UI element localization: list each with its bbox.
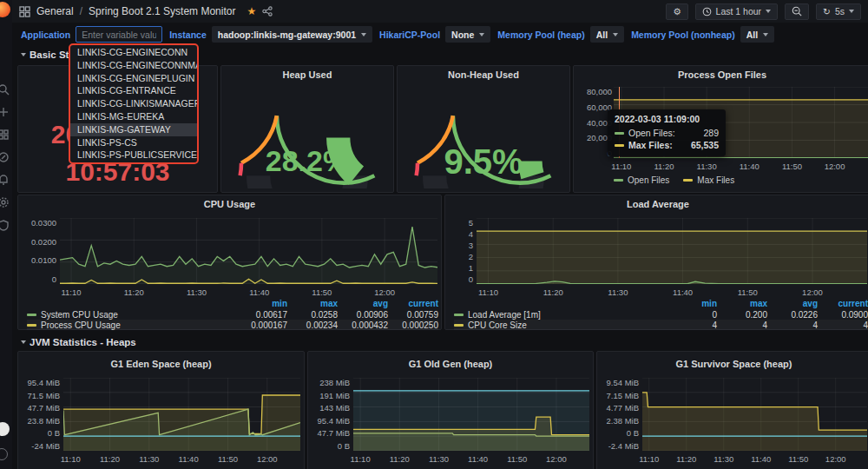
x-axis: 11:1011:2011:3011:4011:5012:00 [353, 452, 589, 464]
panel-title[interactable]: G1 Survivor Space (heap) [597, 359, 868, 369]
legend-value: 0.200 [717, 310, 767, 320]
left-sidebar [0, 0, 12, 469]
dropdown-option[interactable]: LINKIS-CG-ENGINEPLUGIN [70, 72, 197, 85]
zoom-out-button[interactable] [785, 3, 809, 20]
legend-table: minmaxavgcurrentLoad Average [1m]00.2000… [454, 299, 868, 330]
series-color-swatch [454, 324, 464, 327]
dashboard-grid-icon[interactable] [19, 6, 30, 17]
legend-row[interactable]: CPU Core Size4444 [454, 320, 868, 330]
x-tick-label: 11:50 [782, 162, 802, 171]
legend-header[interactable]: avg [338, 299, 388, 309]
dropdown-option[interactable]: LINKIS-CG-ENTRANCE [70, 84, 197, 97]
y-tick-label: 9.54 MiB [607, 378, 640, 387]
settings-button[interactable]: ⚙ [666, 3, 687, 20]
dashboard-variables-bar: Application Instance hadoop:linkis-mg-ga… [12, 23, 868, 46]
series-name[interactable]: Process CPU Usage [41, 320, 121, 330]
x-tick-label: 11:40 [468, 454, 488, 464]
panel-title[interactable]: CPU Usage [18, 199, 441, 209]
y-tick-label: 238 MiB [319, 378, 350, 387]
user-avatar[interactable] [0, 422, 10, 436]
panel-title[interactable]: Heap Used [221, 69, 393, 80]
panel-title[interactable]: G1 Eden Space (heap) [18, 359, 304, 369]
legend-header[interactable]: avg [767, 299, 818, 309]
panel-title[interactable]: Load Average [445, 199, 868, 209]
series-name[interactable]: CPU Core Size [468, 320, 527, 330]
chevron-down-icon [766, 10, 771, 13]
legend-header[interactable]: max [287, 299, 338, 309]
panel-title[interactable]: G1 Old Gen (heap) [308, 359, 593, 369]
x-tick-label: 11:10 [639, 454, 659, 464]
help-icon[interactable] [0, 448, 8, 460]
x-tick-label: 11:20 [390, 454, 410, 464]
dropdown-option[interactable]: LINKIS-PS-CS [70, 136, 197, 149]
share-icon[interactable] [262, 6, 273, 17]
alerting-icon[interactable] [0, 174, 10, 186]
dropdown-option[interactable]: LINKIS-CG-ENGINECONN [70, 46, 197, 59]
y-tick-label: 2.38 MiB [607, 416, 640, 426]
refresh-picker[interactable]: ↻ 5s [816, 3, 861, 20]
cpu-usage-chart[interactable] [60, 218, 437, 284]
y-tick-label: 4 [469, 229, 473, 239]
g1-survivor-chart[interactable] [642, 378, 867, 451]
server-admin-icon[interactable] [0, 219, 10, 231]
breadcrumb: General / Spring Boot 2.1 System Monitor… [19, 5, 273, 17]
x-axis: 11:1011:2011:3011:4011:5012:00 [477, 286, 867, 297]
configuration-icon[interactable] [0, 196, 10, 208]
x-axis: 11:1011:2011:3011:4011:5012:00 [60, 286, 437, 297]
x-tick-label: 12:00 [374, 287, 395, 297]
legend-row[interactable]: System CPU Usage0.006170.02580.009060.00… [27, 309, 438, 320]
instance-variable-value[interactable]: hadoop:linkis-mg-gateway:9001 [212, 26, 372, 43]
series-name[interactable]: Load Average [1m] [468, 310, 541, 320]
legend-header[interactable]: current [388, 299, 438, 309]
grafana-logo[interactable] [0, 2, 10, 17]
dropdown-option[interactable]: LINKIS-CG-LINKISMANAGER [70, 97, 197, 110]
legend-value: 4 [717, 320, 767, 330]
application-variable-dropdown: LINKIS-CG-ENGINECONNLINKIS-CG-ENGINECONN… [69, 43, 199, 164]
series-color-swatch [27, 314, 36, 316]
gear-icon: ⚙ [673, 6, 681, 17]
load-average-chart[interactable] [477, 218, 867, 284]
dashboard-title[interactable]: Spring Boot 2.1 System Monitor [89, 5, 235, 17]
legend-header[interactable]: max [717, 299, 767, 309]
g1-eden-chart[interactable] [63, 378, 300, 451]
x-tick-label: 12:00 [825, 454, 846, 464]
legend-header[interactable]: current [818, 299, 868, 309]
y-tick-label: -2.4 MiB [608, 441, 639, 451]
legend-item[interactable]: Open Files [614, 175, 669, 185]
dropdown-option[interactable]: LINKIS-CG-ENGINECONNMANAGER [70, 59, 197, 72]
legend-header-row: minmaxavgcurrent [27, 299, 438, 309]
y-tick-label: 1 [469, 263, 473, 273]
y-tick-label: 47.7 MiB [318, 428, 351, 438]
search-icon[interactable] [0, 83, 10, 96]
dashboards-icon[interactable] [0, 129, 10, 141]
y-tick-label: 0 [469, 274, 473, 284]
section-jvm-statistics-heaps[interactable]: JVM Statistics - Heaps [21, 337, 136, 347]
breadcrumb-section[interactable]: General [36, 5, 74, 17]
x-tick-label: 11:10 [351, 454, 371, 464]
collapse-chevron-icon [21, 53, 26, 56]
x-tick-label: 12:00 [802, 287, 823, 297]
legend-item[interactable]: Max Files [683, 175, 734, 185]
legend: Open FilesMax Files [614, 175, 734, 185]
time-range-picker[interactable]: Last 1 hour [695, 3, 779, 20]
legend-header[interactable]: min [667, 299, 717, 309]
memory-pool-nonheap-value[interactable]: All [740, 26, 774, 43]
create-icon[interactable] [0, 106, 10, 118]
favorite-star-icon[interactable]: ★ [247, 5, 256, 17]
memory-pool-heap-value[interactable]: All [590, 26, 624, 43]
series-name[interactable]: System CPU Usage [41, 310, 118, 320]
panel-title[interactable]: Non-Heap Used [398, 69, 569, 80]
dropdown-option[interactable]: LINKIS-MG-GATEWAY [70, 123, 197, 136]
application-variable-input[interactable] [76, 26, 162, 43]
dropdown-option[interactable]: LINKIS-PS-PUBLICSERVICE [70, 149, 197, 162]
legend-header[interactable]: min [237, 299, 287, 309]
g1-old-gen-chart[interactable] [353, 378, 589, 451]
series-color-swatch [27, 324, 36, 327]
legend-row[interactable]: Process CPU Usage0.0001670.002340.000432… [27, 320, 438, 330]
panel-title[interactable]: Process Open Files [574, 69, 868, 80]
explore-icon[interactable] [0, 151, 10, 163]
hikaricp-variable-value[interactable]: None [445, 26, 490, 43]
heap-used-gauge: 28.2% [228, 87, 386, 188]
legend-row[interactable]: Load Average [1m]00.2000.02260.0900 [454, 309, 868, 320]
dropdown-option[interactable]: LINKIS-MG-EUREKA [70, 110, 197, 123]
